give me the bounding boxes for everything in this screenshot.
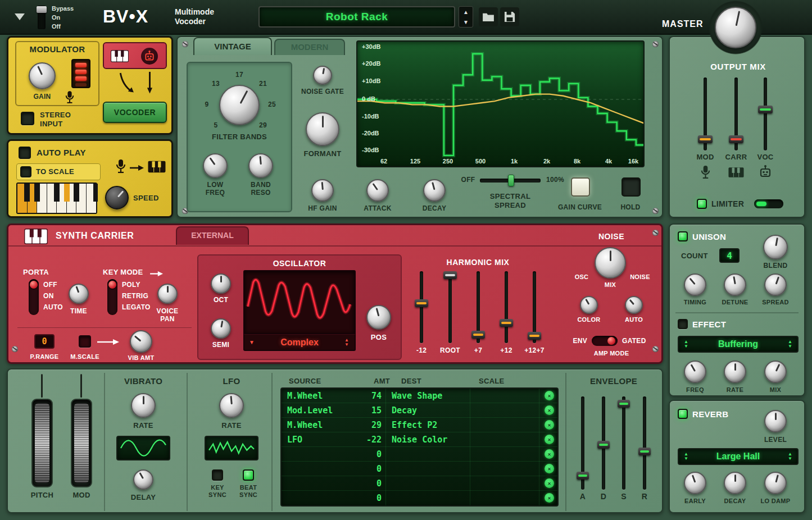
harmonic-slider-minus12[interactable]: [415, 299, 428, 307]
effect-mix-knob[interactable]: [764, 361, 787, 383]
bypass-switch[interactable]: [38, 6, 46, 29]
amp-mode-switch[interactable]: [592, 336, 618, 346]
keyboard-source-icon[interactable]: [111, 49, 129, 65]
matrix-row[interactable]: 0 ✕: [282, 447, 557, 462]
vocoder-button[interactable]: VOCODER: [103, 102, 167, 123]
matrix-delete-button[interactable]: ✕: [545, 391, 554, 400]
pitch-wheel[interactable]: [31, 399, 53, 487]
noise-gate-knob[interactable]: [313, 66, 332, 85]
to-scale-checkbox[interactable]: [20, 166, 31, 177]
master-knob[interactable]: [715, 7, 756, 48]
timing-knob[interactable]: [684, 273, 706, 296]
menu-triangle-icon[interactable]: [15, 13, 25, 20]
key-mode-switch[interactable]: [107, 279, 117, 315]
harmonic-slider-plus12[interactable]: [500, 319, 513, 327]
effect-led[interactable]: [678, 319, 688, 329]
reverb-led[interactable]: [678, 409, 688, 419]
tab-external[interactable]: EXTERNAL: [176, 226, 249, 245]
effect-select[interactable]: ▲▼ Buffering ▲▼: [678, 336, 799, 353]
pos-knob[interactable]: [366, 305, 391, 330]
formant-knob[interactable]: [306, 112, 339, 146]
save-preset-button[interactable]: [500, 7, 519, 26]
reverb-select[interactable]: ▲▼ Large Hall ▲▼: [678, 448, 799, 465]
matrix-delete-button[interactable]: ✕: [545, 420, 554, 430]
env-release-handle[interactable]: [638, 448, 651, 455]
matrix-delete-button[interactable]: ✕: [545, 435, 554, 444]
env-slider-track[interactable]: [622, 396, 625, 490]
matrix-delete-button[interactable]: ✕: [545, 449, 554, 459]
spectral-spread-slider[interactable]: [480, 179, 541, 183]
env-attack-handle[interactable]: [577, 472, 589, 480]
matrix-delete-button[interactable]: ✕: [545, 464, 554, 473]
voc-slider-handle[interactable]: [758, 106, 773, 113]
matrix-row[interactable]: 0 ✕: [282, 476, 557, 491]
effect-select-right-spinner[interactable]: ▲▼: [787, 340, 793, 349]
vib-amt-knob[interactable]: [130, 330, 152, 353]
env-slider-track[interactable]: [643, 396, 646, 490]
matrix-row[interactable]: M.Wheel29Effect P2 ✕: [282, 418, 557, 432]
preset-up-button[interactable]: ▲: [459, 7, 473, 17]
matrix-row[interactable]: LFO-22Noise Color ✕: [282, 432, 557, 447]
wave-select[interactable]: ▼ Complex ▲▼: [243, 334, 356, 351]
pitch-wheel-surface[interactable]: [35, 403, 49, 483]
band-reso-knob[interactable]: [248, 153, 273, 178]
harmonic-slider-track[interactable]: [505, 271, 508, 343]
wave-select-caret-icon[interactable]: ▼: [249, 339, 255, 345]
beat-sync-checkbox[interactable]: [243, 469, 254, 481]
hf-gain-knob[interactable]: [311, 179, 334, 202]
amp-mode-switch-handle[interactable]: [607, 337, 615, 345]
effect-select-left-spinner[interactable]: ▲▼: [683, 340, 689, 349]
matrix-row[interactable]: 0 ✕: [282, 462, 557, 476]
effect-rate-knob[interactable]: [724, 361, 746, 383]
mscale-checkbox[interactable]: [79, 335, 91, 348]
matrix-row[interactable]: M.Wheel74Wave Shape ✕: [282, 389, 557, 403]
mod-wheel[interactable]: [71, 399, 92, 487]
matrix-delete-button[interactable]: ✕: [545, 478, 554, 488]
matrix-row[interactable]: Mod.Level15Decay ✕: [282, 403, 557, 418]
oct-knob[interactable]: [211, 273, 231, 294]
low-freq-knob[interactable]: [203, 153, 228, 178]
harmonic-slider-plus7[interactable]: [471, 331, 485, 339]
filter-bands-knob[interactable]: [219, 85, 260, 125]
env-sustain-handle[interactable]: [618, 400, 630, 408]
load-preset-button[interactable]: [479, 7, 498, 26]
effect-freq-knob[interactable]: [684, 361, 706, 383]
matrix-delete-button[interactable]: ✕: [545, 405, 554, 415]
attack-knob[interactable]: [366, 179, 389, 202]
reverb-level-knob[interactable]: [764, 410, 787, 432]
reverb-select-left-spinner[interactable]: ▲▼: [683, 452, 689, 461]
preset-down-button[interactable]: ▼: [459, 17, 473, 27]
mod-slider-handle[interactable]: [698, 135, 713, 143]
stereo-input-checkbox[interactable]: [21, 112, 34, 125]
pitch-range-display[interactable]: 0: [34, 334, 55, 349]
tab-modern[interactable]: MODERN: [274, 39, 345, 55]
matrix-delete-button[interactable]: ✕: [545, 493, 554, 503]
count-display[interactable]: 4: [719, 248, 740, 263]
wave-spinner[interactable]: ▲▼: [343, 338, 350, 347]
reverb-select-right-spinner[interactable]: ▲▼: [787, 452, 793, 461]
semi-knob[interactable]: [211, 318, 231, 339]
speed-knob[interactable]: [105, 186, 129, 209]
key-sync-checkbox[interactable]: [212, 469, 223, 481]
modulator-gain-knob[interactable]: [29, 62, 56, 89]
robot-source-icon[interactable]: [141, 48, 158, 65]
reverb-early-knob[interactable]: [684, 472, 706, 494]
carr-slider-handle[interactable]: [729, 135, 743, 143]
unison-led[interactable]: [678, 231, 688, 241]
limiter-led[interactable]: [697, 199, 707, 209]
reverb-lodamp-knob[interactable]: [764, 472, 787, 494]
autoplay-checkbox[interactable]: [19, 147, 31, 159]
mini-keyboard[interactable]: [16, 183, 97, 214]
key-mode-switch-handle[interactable]: [108, 281, 116, 289]
reverb-decay-knob[interactable]: [724, 472, 746, 494]
lfo-rate-knob[interactable]: [219, 393, 244, 418]
spectral-spread-handle[interactable]: [508, 175, 514, 186]
voice-pan-knob[interactable]: [157, 284, 178, 304]
bypass-switch-handle[interactable]: [37, 6, 47, 13]
porta-switch[interactable]: [29, 279, 39, 315]
vibrato-rate-knob[interactable]: [131, 393, 156, 418]
harmonic-slider-track[interactable]: [420, 271, 423, 343]
voc-slider-track[interactable]: [764, 77, 767, 150]
mod-wheel-surface[interactable]: [74, 403, 89, 483]
harmonic-slider-track[interactable]: [448, 271, 452, 343]
